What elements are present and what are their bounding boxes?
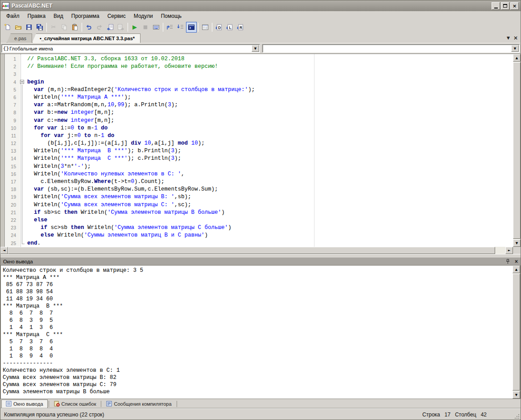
- code-line[interactable]: 12 (b[i,j],c[i,j]):=(a[i,j] div 10,a[i,j…: [0, 140, 513, 147]
- code-line[interactable]: 25end.: [0, 240, 513, 247]
- scroll-down-icon[interactable]: ▼: [513, 391, 520, 399]
- output-vertical-scrollbar[interactable]: ▲ ▼: [513, 266, 520, 399]
- member-combobox[interactable]: ▼: [262, 44, 520, 53]
- output-panel[interactable]: Количество строк и столбцов в матрице: 3…: [0, 265, 521, 399]
- code-line[interactable]: 22 else: [0, 216, 513, 224]
- code-line[interactable]: 10 for var i:=0 to m-1 do: [0, 125, 513, 132]
- paste-button[interactable]: [70, 22, 80, 33]
- menu-item-view[interactable]: Вид: [50, 12, 67, 20]
- code-line[interactable]: 1// PascalABC.NET 3.3, сборка 1633 от 10…: [0, 55, 513, 63]
- scrollbar-thumb[interactable]: [513, 62, 521, 239]
- maximize-button[interactable]: [501, 2, 509, 10]
- scope-combobox[interactable]: {} Глобальные имена ▼: [1, 44, 260, 53]
- step-over-button[interactable]: [165, 22, 175, 33]
- tab-error-list[interactable]: Список ошибок: [50, 399, 100, 408]
- resize-grip[interactable]: [514, 413, 519, 419]
- code-line[interactable]: 8 var b:=new integer[m,n];: [0, 109, 513, 116]
- editor-horizontal-scrollbar[interactable]: ◄ ►: [0, 247, 513, 254]
- redo-button[interactable]: [94, 22, 105, 33]
- minimize-icon: [494, 8, 498, 8]
- tab-output-window[interactable]: Окно вывода: [1, 399, 48, 408]
- minimize-button[interactable]: [492, 2, 500, 10]
- fold-line: [18, 170, 27, 178]
- code-line[interactable]: 23 if sc>sb then Writeln('Сумма элементо…: [0, 224, 513, 232]
- step-into-button[interactable]: [175, 22, 186, 33]
- toolbar: ✂ ▶ ■ D L R: [0, 21, 521, 33]
- code-line[interactable]: 18 var (sb,sc):=(b.ElementsByRow.Sum,c.E…: [0, 186, 513, 193]
- toolbar-separator: [212, 23, 212, 32]
- d-window-button[interactable]: D: [214, 22, 224, 33]
- menu-item-service[interactable]: Сервис: [103, 12, 130, 20]
- tab-random-matrix[interactable]: •_случайная матрица ABC.NET 3.3.pas*: [32, 33, 141, 43]
- close-button[interactable]: ×: [510, 2, 519, 10]
- scrollbar-corner: [513, 247, 521, 254]
- scroll-down-icon[interactable]: ▼: [513, 239, 521, 247]
- line-number: 20: [5, 201, 18, 209]
- code-line[interactable]: 17 c.ElementsByRow.Where(t->t=0).Count);: [0, 178, 513, 186]
- show-console-button[interactable]: [186, 22, 197, 33]
- copy-button[interactable]: [59, 22, 70, 33]
- document-tabstrip: e.pas •_случайная матрица ABC.NET 3.3.pa…: [0, 33, 521, 43]
- scroll-right-icon[interactable]: ►: [505, 247, 513, 254]
- menu-item-modules[interactable]: Модули: [130, 12, 157, 20]
- fold-line: [18, 147, 27, 155]
- code-line[interactable]: 13 Writeln('*** Матрица B ***'); b.Print…: [0, 147, 513, 155]
- open-file-button[interactable]: [13, 22, 24, 33]
- scope-combobox-dropdown-icon[interactable]: ▼: [252, 45, 259, 52]
- scroll-left-icon[interactable]: ◄: [0, 247, 8, 254]
- code-editor[interactable]: 1// PascalABC.NET 3.3, сборка 1633 от 10…: [0, 54, 521, 247]
- panel-splitter[interactable]: [0, 254, 521, 258]
- save-button[interactable]: [24, 22, 34, 33]
- menu-item-help[interactable]: Помощь: [157, 12, 186, 20]
- code-line[interactable]: 7 var a:=MatrRandom(m,n,10,99); a.Printl…: [0, 101, 513, 109]
- code-line[interactable]: 3: [0, 71, 513, 78]
- show-form-button[interactable]: [200, 22, 211, 33]
- tab-compiler-messages[interactable]: Сообщения компилятора: [102, 399, 175, 408]
- tab-e-pas[interactable]: e.pas: [7, 33, 32, 43]
- pin-icon[interactable]: [505, 259, 510, 264]
- scroll-up-icon[interactable]: ▲: [513, 266, 520, 273]
- run-button[interactable]: ▶: [129, 22, 140, 33]
- tab-list-chevron-icon[interactable]: ▼: [507, 36, 510, 40]
- r-window-button[interactable]: R: [235, 22, 246, 33]
- expression-pad-button[interactable]: [151, 22, 161, 33]
- menu-item-edit[interactable]: Правка: [24, 12, 50, 20]
- code-line[interactable]: 16 Writeln('Количество нулевых элементов…: [0, 170, 513, 178]
- code-line[interactable]: 11 for var j:=0 to n-1 do: [0, 132, 513, 140]
- goto-definition-button[interactable]: [105, 22, 116, 33]
- output-close-icon[interactable]: ×: [515, 258, 518, 265]
- menu-item-program[interactable]: Программа: [67, 12, 103, 20]
- scroll-up-icon[interactable]: ▲: [513, 54, 521, 62]
- editor-vertical-scrollbar[interactable]: ▲ ▼: [513, 54, 521, 247]
- menu-item-file[interactable]: Файл: [2, 12, 24, 20]
- new-file-button[interactable]: [2, 22, 13, 33]
- code-line[interactable]: 15 Writeln(3*n*'-');: [0, 163, 513, 170]
- scrollbar-thumb[interactable]: [8, 247, 495, 254]
- line-number: 17: [5, 178, 18, 186]
- code-line[interactable]: 9 var c:=new integer[m,n];: [0, 117, 513, 125]
- code-line[interactable]: 21 if sb>sc then Writeln('Сумма элементо…: [0, 209, 513, 216]
- save-all-button[interactable]: [34, 22, 45, 33]
- fold-toggle-icon[interactable]: [18, 79, 27, 86]
- code-line[interactable]: 2// Внимание! Если программа не работает…: [0, 63, 513, 71]
- undo-button[interactable]: [83, 22, 94, 33]
- code-line[interactable]: 14 Writeln('*** Матрица C ***'); c.Print…: [0, 155, 513, 162]
- tab-close-icon[interactable]: ×: [513, 35, 518, 41]
- code-line[interactable]: 5 var (m,n):=ReadInteger2('Количество ст…: [0, 86, 513, 94]
- close-icon: ×: [513, 3, 517, 9]
- code-line[interactable]: 19 Writeln('Сумма всех элементов матрицы…: [0, 193, 513, 201]
- cut-button[interactable]: ✂: [48, 22, 59, 33]
- stop-button[interactable]: ■: [140, 22, 151, 33]
- l-window-button[interactable]: L: [224, 22, 235, 33]
- goto-implementation-button[interactable]: [116, 22, 126, 33]
- save-icon: [25, 24, 33, 31]
- code-line[interactable]: 20 Writeln('Сумма всех элементов матрицы…: [0, 201, 513, 209]
- code-text: c.ElementsByRow.Where(t->t=0).Count);: [27, 178, 165, 186]
- code-line[interactable]: 4begin: [0, 79, 513, 86]
- code-line[interactable]: 24 else Writeln('Суммы элементов матриц …: [0, 232, 513, 239]
- member-combobox-dropdown-icon[interactable]: ▼: [511, 45, 519, 52]
- title-bar: ABC PascalABC.NET ×: [0, 0, 521, 11]
- toolbar-separator: [82, 23, 82, 32]
- scrollbar-thumb[interactable]: [513, 274, 520, 391]
- code-line[interactable]: 6 Writeln('*** Матрица A ***');: [0, 94, 513, 101]
